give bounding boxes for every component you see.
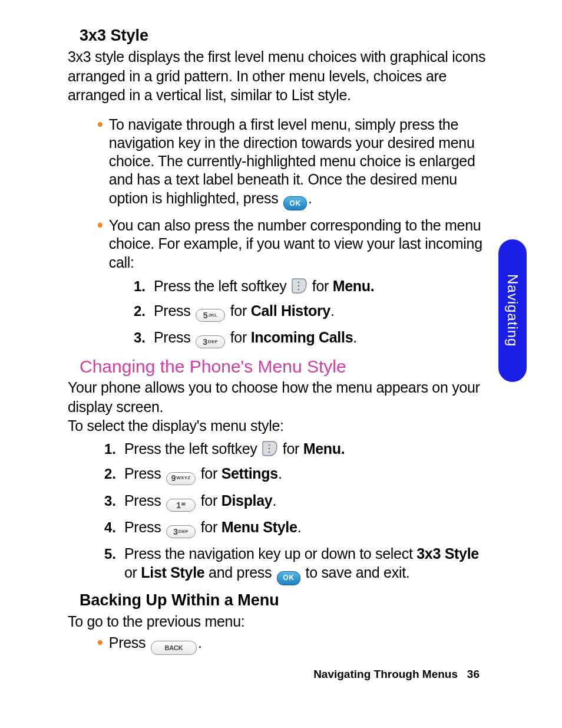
text: to save and exit.: [305, 564, 409, 581]
step-number: 4.: [104, 519, 124, 536]
step-number: 3.: [104, 493, 124, 509]
text: Press: [154, 302, 194, 319]
svg-point-0: [298, 281, 300, 283]
bold-text: Settings: [222, 465, 278, 482]
step-text: Press the navigation key up or down to s…: [124, 544, 491, 585]
text: for: [201, 465, 222, 482]
heading-changing-menu-style: Changing the Phone's Menu Style: [80, 357, 491, 377]
paragraph: Your phone allows you to choose how the …: [68, 378, 491, 416]
text: for: [312, 278, 333, 294]
text: Press: [124, 465, 165, 482]
left-softkey-icon: [262, 441, 277, 456]
text: for: [230, 302, 251, 319]
text: Press: [124, 519, 165, 535]
text: for: [283, 440, 303, 457]
step-text: Press 1✉ for Display.: [124, 491, 276, 512]
svg-point-2: [298, 288, 300, 290]
paragraph: To select the display's menu style:: [68, 416, 491, 436]
step-item: 4. Press 3DEF for Menu Style.: [104, 518, 491, 538]
text: .: [330, 302, 335, 319]
text: Press: [124, 492, 165, 509]
step-number: 1.: [134, 278, 154, 295]
text: Press the left softkey: [154, 278, 290, 294]
text: .: [278, 465, 282, 482]
text: .: [297, 519, 302, 535]
step-text: Press 3DEF for Incoming Calls.: [154, 328, 357, 348]
heading-3x3-style: 3x3 Style: [80, 27, 491, 45]
svg-point-3: [269, 444, 270, 446]
step-item: 5. Press the navigation key up or down t…: [104, 544, 491, 585]
bullet-item: • To navigate through a first level menu…: [97, 116, 491, 211]
bullet-item: • Press BACK.: [97, 634, 491, 655]
step-item: 2. Press 9WXYZ for Settings.: [104, 464, 491, 485]
text: Press: [109, 634, 150, 651]
text: Press the left softkey: [124, 440, 261, 457]
svg-point-4: [269, 448, 270, 450]
step-item: 2. Press 5JKL for Call History.: [134, 301, 491, 322]
svg-point-1: [298, 285, 300, 286]
bold-text: Display: [222, 492, 273, 509]
bullet-text: You can also press the number correspond…: [109, 216, 491, 272]
section-tab-label: Navigating: [504, 274, 521, 347]
text: .: [308, 190, 312, 206]
bold-text: 3x3 Style: [416, 545, 479, 562]
bullet-icon: •: [97, 216, 103, 235]
page-footer: Navigating Through Menus 36: [313, 668, 480, 681]
bullet-text: Press BACK.: [109, 634, 202, 655]
step-item: 1. Press the left softkey for Menu.: [134, 276, 491, 296]
bullet-list: • Press BACK.: [97, 634, 491, 655]
text: or: [124, 564, 141, 581]
ok-key-icon: OK: [283, 196, 307, 210]
step-text: Press 5JKL for Call History.: [154, 301, 335, 322]
intro-paragraph: 3x3 style displays the first level menu …: [68, 47, 491, 105]
step-item: 1. Press the left softkey for Menu.: [104, 439, 491, 459]
footer-title: Navigating Through Menus: [313, 668, 458, 680]
step-number: 1.: [104, 441, 124, 457]
section-tab-navigating: Navigating: [498, 239, 527, 382]
key-5-icon: 5JKL: [196, 309, 225, 322]
back-key-icon: BACK: [151, 641, 197, 655]
step-item: 3. Press 1✉ for Display.: [104, 491, 491, 512]
paragraph: To go to the previous menu:: [68, 612, 491, 631]
text: Press: [154, 329, 194, 345]
bold-text: Menu.: [333, 278, 375, 294]
svg-point-5: [269, 452, 270, 453]
step-number: 5.: [104, 546, 124, 562]
bullet-item: • You can also press the number correspo…: [97, 216, 491, 272]
bullet-text: To navigate through a first level menu, …: [109, 116, 491, 211]
key-1-icon: 1✉: [166, 499, 196, 512]
numbered-steps: 1. Press the left softkey for Menu. 2. P…: [134, 276, 491, 349]
step-number: 2.: [134, 303, 154, 319]
step-text: Press 9WXYZ for Settings.: [124, 464, 282, 485]
left-softkey-icon: [292, 278, 307, 294]
bold-text: Menu Style: [222, 519, 297, 535]
bold-text: Call History: [251, 302, 330, 319]
key-3-icon: 3DEF: [196, 335, 225, 348]
page-number: 36: [467, 668, 480, 680]
text: To navigate through a first level menu, …: [109, 116, 475, 206]
heading-backing-up: Backing Up Within a Menu: [80, 591, 491, 610]
manual-page: 3x3 Style 3x3 style displays the first l…: [0, 0, 562, 728]
text: .: [353, 329, 357, 345]
step-number: 3.: [134, 330, 154, 346]
key-3-icon: 3DEF: [166, 525, 196, 538]
text: for: [201, 492, 222, 509]
step-item: 3. Press 3DEF for Incoming Calls.: [134, 328, 491, 348]
text: for: [230, 329, 251, 345]
text: and press: [204, 564, 275, 581]
text: .: [272, 492, 276, 509]
key-9-icon: 9WXYZ: [166, 472, 196, 485]
bold-text: Menu.: [303, 440, 345, 457]
step-number: 2.: [104, 466, 124, 482]
ok-key-icon: OK: [277, 571, 300, 585]
bullet-icon: •: [97, 116, 103, 134]
step-text: Press 3DEF for Menu Style.: [124, 518, 301, 538]
numbered-steps: 1. Press the left softkey for Menu. 2. P…: [104, 439, 491, 585]
text: Press the navigation key up or down to s…: [124, 545, 416, 562]
step-text: Press the left softkey for Menu.: [154, 276, 374, 296]
bullet-icon: •: [97, 634, 103, 652]
text: for: [201, 519, 222, 535]
bold-text: List Style: [141, 564, 204, 581]
step-text: Press the left softkey for Menu.: [124, 439, 345, 459]
text: .: [198, 634, 202, 651]
